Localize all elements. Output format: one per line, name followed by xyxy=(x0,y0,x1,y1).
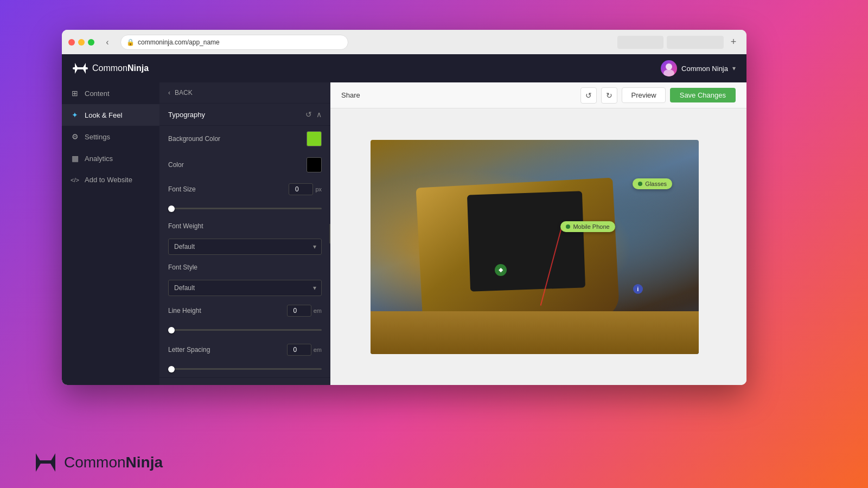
svg-marker-6 xyxy=(36,453,41,472)
font-weight-select-wrapper: Default xyxy=(168,239,322,255)
traffic-lights xyxy=(68,39,94,46)
typography-title: Typography xyxy=(168,111,205,119)
letter-spacing-unit: em xyxy=(314,346,322,353)
font-weight-select[interactable]: Default xyxy=(168,239,322,255)
save-changes-button[interactable]: Save Changes xyxy=(670,88,736,102)
pin-dot-phone xyxy=(566,224,570,229)
canvas-area: Glasses Mobile Phone i ◆ xyxy=(330,108,746,385)
image-container: Glasses Mobile Phone i ◆ xyxy=(371,140,707,354)
color-label: Color xyxy=(168,161,184,169)
undo-icon: ↺ xyxy=(585,91,592,100)
minimize-button[interactable] xyxy=(78,39,85,46)
logo-icon xyxy=(73,63,88,74)
pin-dot-glasses xyxy=(638,182,642,186)
main-content: Share ↺ ↻ Preview Save Changes xyxy=(330,82,746,385)
sidebar-label-add-to-website: Add to Website xyxy=(85,176,132,184)
background-color-row: Background Color xyxy=(159,126,330,152)
section-actions: ↺ ∧ xyxy=(305,110,322,119)
look-feel-icon: ✦ xyxy=(71,111,79,119)
background-color-label: Background Color xyxy=(168,135,220,143)
letter-spacing-slider-row xyxy=(159,361,330,377)
close-button[interactable] xyxy=(68,39,75,46)
font-size-unit: px xyxy=(315,186,322,192)
glasses-pin[interactable]: Glasses xyxy=(633,178,672,189)
strap-shape xyxy=(371,311,699,354)
line-height-slider-row xyxy=(159,322,330,338)
panel-back-header[interactable]: ‹ BACK xyxy=(159,82,330,104)
topbar: Share ↺ ↻ Preview Save Changes xyxy=(330,82,746,108)
letter-spacing-row: Letter Spacing em xyxy=(159,338,330,361)
svg-marker-2 xyxy=(82,63,86,74)
add-to-website-icon: </> xyxy=(71,177,79,183)
watermark-logo-icon xyxy=(33,453,59,472)
new-tab-button[interactable]: + xyxy=(727,36,740,49)
sidebar-item-settings[interactable]: ⚙ Settings xyxy=(62,126,159,147)
font-weight-label: Font Weight xyxy=(168,222,203,230)
sidebar-item-look-feel[interactable]: ✦ Look & Feel xyxy=(62,104,159,126)
browser-chrome: ‹ 🔒 commoninja.com/app_name + xyxy=(62,30,746,54)
svg-point-3 xyxy=(666,63,672,70)
browser-tab-2[interactable] xyxy=(667,36,724,49)
line-height-row: Line Height em xyxy=(159,299,330,322)
preview-image: Glasses Mobile Phone i ◆ xyxy=(371,140,699,354)
phone-pin-label: Mobile Phone xyxy=(573,223,609,230)
sidebar-item-add-to-website[interactable]: </> Add to Website xyxy=(62,169,159,190)
font-size-input[interactable] xyxy=(289,183,313,195)
user-name: Common Ninja xyxy=(681,65,728,73)
glasses-pin-label: Glasses xyxy=(645,181,667,187)
user-dropdown-arrow: ▾ xyxy=(732,65,736,72)
reset-icon[interactable]: ↺ xyxy=(305,110,312,119)
font-style-select[interactable]: Default xyxy=(168,280,322,296)
phone-pin[interactable]: Mobile Phone xyxy=(560,221,615,232)
font-style-label: Font Style xyxy=(168,264,197,271)
sidebar-label-look-feel: Look & Feel xyxy=(85,111,122,119)
settings-icon: ⚙ xyxy=(71,132,79,141)
header-user[interactable]: Common Ninja ▾ xyxy=(661,60,736,76)
font-size-slider-row xyxy=(159,201,330,217)
panel-collapse-button[interactable]: ‹ xyxy=(329,224,330,243)
address-bar[interactable]: 🔒 commoninja.com/app_name xyxy=(120,35,348,50)
info-icon[interactable]: i xyxy=(633,284,643,294)
diamond-icon[interactable]: ◆ xyxy=(495,264,507,276)
svg-marker-1 xyxy=(75,63,78,74)
sidebar-item-content[interactable]: ⊞ Content xyxy=(62,82,159,104)
svg-marker-7 xyxy=(50,453,55,472)
color-swatch[interactable] xyxy=(307,157,322,172)
font-size-slider[interactable] xyxy=(168,208,322,209)
undo-button[interactable]: ↺ xyxy=(580,87,597,104)
font-size-input-group: px xyxy=(289,183,322,195)
typography-section-header: Typography ↺ ∧ xyxy=(159,104,330,126)
redo-button[interactable]: ↻ xyxy=(601,87,617,104)
background-color-swatch[interactable] xyxy=(307,131,322,146)
font-style-row: Font Style xyxy=(159,258,330,277)
browser-tab-1[interactable] xyxy=(617,36,663,49)
font-weight-select-row: Default xyxy=(159,235,330,258)
spacing-section[interactable]: Spacing ▾ xyxy=(159,377,330,385)
collapse-up-icon[interactable]: ∧ xyxy=(316,110,322,119)
user-avatar xyxy=(661,60,677,76)
browser-tabs-right: + xyxy=(617,36,740,49)
line-height-slider[interactable] xyxy=(168,329,322,331)
line-height-input-group: em xyxy=(287,305,322,317)
share-button[interactable]: Share xyxy=(341,91,360,99)
settings-panel: ‹ BACK Typography ↺ ∧ Background Color C… xyxy=(159,82,330,385)
letter-spacing-input[interactable] xyxy=(287,344,311,356)
letter-spacing-slider[interactable] xyxy=(168,368,322,370)
letter-spacing-input-group: em xyxy=(287,344,322,356)
fullscreen-button[interactable] xyxy=(88,39,94,46)
line-height-input[interactable] xyxy=(287,305,311,317)
browser-security-icon: 🔒 xyxy=(126,38,135,46)
watermark-text: CommonNinja xyxy=(64,454,163,471)
browser-url: commoninja.com/app_name xyxy=(138,38,220,46)
sidebar-label-analytics: Analytics xyxy=(85,155,113,163)
sidebar-item-analytics[interactable]: ▦ Analytics xyxy=(62,147,159,169)
topbar-left: Share xyxy=(341,91,360,99)
browser-window: ‹ 🔒 commoninja.com/app_name + CommonNinj… xyxy=(62,30,746,385)
sidebar-label-content: Content xyxy=(85,89,110,98)
preview-button[interactable]: Preview xyxy=(622,87,665,103)
app-body: ⊞ Content ✦ Look & Feel ⚙ Settings ▦ Ana… xyxy=(62,82,746,385)
browser-back-button[interactable]: ‹ xyxy=(100,35,115,50)
sidebar-label-settings: Settings xyxy=(85,133,110,141)
svg-point-4 xyxy=(663,69,674,76)
font-weight-row: Font Weight xyxy=(159,217,330,235)
